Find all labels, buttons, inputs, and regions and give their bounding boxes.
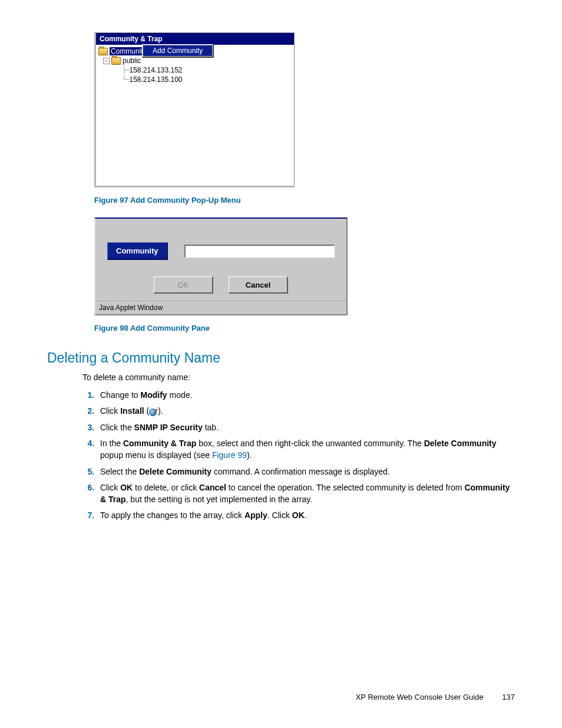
status-bar: Java Applet Window xyxy=(95,301,346,314)
step-1: Change to Modify mode. xyxy=(97,390,515,401)
figure-98-caption: Figure 98 Add Community Pane xyxy=(94,324,515,332)
install-icon: ↗ xyxy=(149,408,158,416)
page-footer: XP Remote Web Console User Guide 137 xyxy=(356,693,515,701)
figure-99-link[interactable]: Figure 99 xyxy=(212,450,247,460)
folder-icon xyxy=(98,48,108,55)
collapse-icon[interactable]: − xyxy=(103,58,110,64)
step-7: To apply the changes to the array, click… xyxy=(97,510,515,522)
ok-button[interactable]: OK xyxy=(154,276,213,294)
footer-title: XP Remote Web Console User Guide xyxy=(356,693,484,701)
step-6: Click OK to delete, or click Cancel to c… xyxy=(97,482,515,505)
figure-97-caption: Figure 97 Add Community Pop-Up Menu xyxy=(94,196,515,205)
step-2: Click Install (↗). xyxy=(97,406,515,417)
figure-97-panel: Community & Trap Community − public ├─ 1… xyxy=(94,32,295,187)
community-input[interactable] xyxy=(184,245,335,258)
community-label: Community xyxy=(107,242,168,260)
tree-leaf[interactable]: ├─ 158.214.133.152 xyxy=(98,65,292,75)
step-5: Select the Delete Community command. A c… xyxy=(97,466,515,478)
tree-leaf-label[interactable]: 158.214.135.100 xyxy=(129,75,182,84)
section-heading: Deleting a Community Name xyxy=(47,350,515,366)
figure-98-dialog: Community OK Cancel Java Applet Window xyxy=(94,218,348,315)
step-3: Click the SNMP IP Security tab. xyxy=(97,422,515,434)
panel-titlebar: Community & Trap xyxy=(96,33,294,45)
menu-item-add-community[interactable]: Add Community xyxy=(143,45,212,56)
cancel-button[interactable]: Cancel xyxy=(229,276,288,294)
context-menu[interactable]: Add Community xyxy=(142,44,214,58)
tree-leaf[interactable]: └─ 158.214.135.100 xyxy=(98,75,292,84)
procedure-list: Change to Modify mode. Click Install (↗)… xyxy=(82,390,515,522)
folder-icon xyxy=(111,57,121,65)
tree-leaf-label[interactable]: 158.214.133.152 xyxy=(129,66,182,74)
step-4: In the Community & Trap box, select and … xyxy=(97,438,515,461)
intro-text: To delete a community name: xyxy=(82,372,515,384)
tree-node-label[interactable]: public xyxy=(123,57,141,65)
page-number: 137 xyxy=(502,693,515,701)
